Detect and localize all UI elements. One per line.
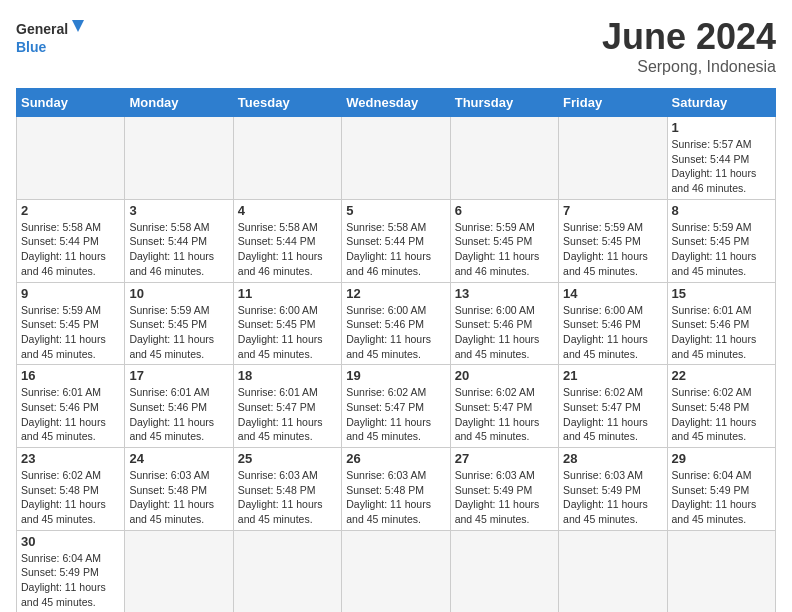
day-number: 9 [21, 286, 120, 301]
day-number: 25 [238, 451, 337, 466]
day-number: 18 [238, 368, 337, 383]
day-number: 27 [455, 451, 554, 466]
day-number: 12 [346, 286, 445, 301]
logo: General Blue [16, 16, 86, 61]
calendar-cell: 5Sunrise: 5:58 AM Sunset: 5:44 PM Daylig… [342, 199, 450, 282]
month-title: June 2024 [602, 16, 776, 58]
calendar-cell: 23Sunrise: 6:02 AM Sunset: 5:48 PM Dayli… [17, 448, 125, 531]
calendar-cell: 12Sunrise: 6:00 AM Sunset: 5:46 PM Dayli… [342, 282, 450, 365]
calendar-cell: 8Sunrise: 5:59 AM Sunset: 5:45 PM Daylig… [667, 199, 775, 282]
calendar-cell [559, 530, 667, 612]
calendar-cell [342, 530, 450, 612]
day-number: 24 [129, 451, 228, 466]
calendar-cell: 25Sunrise: 6:03 AM Sunset: 5:48 PM Dayli… [233, 448, 341, 531]
day-info: Sunrise: 5:58 AM Sunset: 5:44 PM Dayligh… [129, 220, 228, 279]
day-info: Sunrise: 5:59 AM Sunset: 5:45 PM Dayligh… [563, 220, 662, 279]
calendar-cell: 1Sunrise: 5:57 AM Sunset: 5:44 PM Daylig… [667, 117, 775, 200]
logo-svg: General Blue [16, 16, 86, 61]
day-number: 14 [563, 286, 662, 301]
col-header-friday: Friday [559, 89, 667, 117]
calendar-cell [342, 117, 450, 200]
calendar-cell: 14Sunrise: 6:00 AM Sunset: 5:46 PM Dayli… [559, 282, 667, 365]
calendar-cell: 29Sunrise: 6:04 AM Sunset: 5:49 PM Dayli… [667, 448, 775, 531]
calendar-week-6: 30Sunrise: 6:04 AM Sunset: 5:49 PM Dayli… [17, 530, 776, 612]
calendar-cell [450, 530, 558, 612]
day-info: Sunrise: 5:58 AM Sunset: 5:44 PM Dayligh… [238, 220, 337, 279]
day-info: Sunrise: 6:02 AM Sunset: 5:48 PM Dayligh… [672, 385, 771, 444]
day-number: 7 [563, 203, 662, 218]
day-info: Sunrise: 6:02 AM Sunset: 5:47 PM Dayligh… [455, 385, 554, 444]
calendar-table: SundayMondayTuesdayWednesdayThursdayFrid… [16, 88, 776, 612]
day-info: Sunrise: 6:03 AM Sunset: 5:49 PM Dayligh… [455, 468, 554, 527]
calendar-cell [125, 530, 233, 612]
calendar-cell: 24Sunrise: 6:03 AM Sunset: 5:48 PM Dayli… [125, 448, 233, 531]
day-number: 19 [346, 368, 445, 383]
day-info: Sunrise: 6:02 AM Sunset: 5:47 PM Dayligh… [563, 385, 662, 444]
day-number: 20 [455, 368, 554, 383]
col-header-tuesday: Tuesday [233, 89, 341, 117]
calendar-cell: 26Sunrise: 6:03 AM Sunset: 5:48 PM Dayli… [342, 448, 450, 531]
day-info: Sunrise: 6:01 AM Sunset: 5:46 PM Dayligh… [129, 385, 228, 444]
col-header-monday: Monday [125, 89, 233, 117]
day-number: 21 [563, 368, 662, 383]
day-info: Sunrise: 6:00 AM Sunset: 5:46 PM Dayligh… [455, 303, 554, 362]
day-info: Sunrise: 5:59 AM Sunset: 5:45 PM Dayligh… [21, 303, 120, 362]
day-info: Sunrise: 6:03 AM Sunset: 5:48 PM Dayligh… [238, 468, 337, 527]
calendar-cell: 20Sunrise: 6:02 AM Sunset: 5:47 PM Dayli… [450, 365, 558, 448]
day-number: 26 [346, 451, 445, 466]
day-info: Sunrise: 6:03 AM Sunset: 5:49 PM Dayligh… [563, 468, 662, 527]
calendar-cell: 30Sunrise: 6:04 AM Sunset: 5:49 PM Dayli… [17, 530, 125, 612]
day-number: 2 [21, 203, 120, 218]
col-header-saturday: Saturday [667, 89, 775, 117]
calendar-cell [125, 117, 233, 200]
svg-text:Blue: Blue [16, 39, 47, 55]
col-header-sunday: Sunday [17, 89, 125, 117]
day-info: Sunrise: 5:57 AM Sunset: 5:44 PM Dayligh… [672, 137, 771, 196]
day-info: Sunrise: 6:01 AM Sunset: 5:46 PM Dayligh… [672, 303, 771, 362]
calendar-cell: 16Sunrise: 6:01 AM Sunset: 5:46 PM Dayli… [17, 365, 125, 448]
day-info: Sunrise: 5:59 AM Sunset: 5:45 PM Dayligh… [455, 220, 554, 279]
day-info: Sunrise: 5:58 AM Sunset: 5:44 PM Dayligh… [346, 220, 445, 279]
day-number: 8 [672, 203, 771, 218]
calendar-cell [17, 117, 125, 200]
day-info: Sunrise: 6:04 AM Sunset: 5:49 PM Dayligh… [21, 551, 120, 610]
day-number: 17 [129, 368, 228, 383]
day-info: Sunrise: 6:03 AM Sunset: 5:48 PM Dayligh… [129, 468, 228, 527]
calendar-cell: 2Sunrise: 5:58 AM Sunset: 5:44 PM Daylig… [17, 199, 125, 282]
day-number: 11 [238, 286, 337, 301]
day-info: Sunrise: 5:58 AM Sunset: 5:44 PM Dayligh… [21, 220, 120, 279]
svg-text:General: General [16, 21, 68, 37]
calendar-cell [559, 117, 667, 200]
col-header-wednesday: Wednesday [342, 89, 450, 117]
svg-marker-2 [72, 20, 84, 32]
day-info: Sunrise: 6:01 AM Sunset: 5:46 PM Dayligh… [21, 385, 120, 444]
location-subtitle: Serpong, Indonesia [602, 58, 776, 76]
calendar-cell: 3Sunrise: 5:58 AM Sunset: 5:44 PM Daylig… [125, 199, 233, 282]
day-info: Sunrise: 6:00 AM Sunset: 5:45 PM Dayligh… [238, 303, 337, 362]
day-number: 4 [238, 203, 337, 218]
header: General Blue June 2024 Serpong, Indonesi… [16, 16, 776, 76]
calendar-cell: 9Sunrise: 5:59 AM Sunset: 5:45 PM Daylig… [17, 282, 125, 365]
day-info: Sunrise: 6:03 AM Sunset: 5:48 PM Dayligh… [346, 468, 445, 527]
calendar-cell: 18Sunrise: 6:01 AM Sunset: 5:47 PM Dayli… [233, 365, 341, 448]
calendar-cell: 27Sunrise: 6:03 AM Sunset: 5:49 PM Dayli… [450, 448, 558, 531]
day-number: 3 [129, 203, 228, 218]
calendar-cell: 10Sunrise: 5:59 AM Sunset: 5:45 PM Dayli… [125, 282, 233, 365]
calendar-header-row: SundayMondayTuesdayWednesdayThursdayFrid… [17, 89, 776, 117]
day-number: 10 [129, 286, 228, 301]
calendar-cell [233, 530, 341, 612]
calendar-cell: 22Sunrise: 6:02 AM Sunset: 5:48 PM Dayli… [667, 365, 775, 448]
calendar-week-2: 2Sunrise: 5:58 AM Sunset: 5:44 PM Daylig… [17, 199, 776, 282]
day-number: 5 [346, 203, 445, 218]
day-info: Sunrise: 6:00 AM Sunset: 5:46 PM Dayligh… [346, 303, 445, 362]
day-number: 28 [563, 451, 662, 466]
calendar-cell: 15Sunrise: 6:01 AM Sunset: 5:46 PM Dayli… [667, 282, 775, 365]
day-number: 30 [21, 534, 120, 549]
day-info: Sunrise: 6:00 AM Sunset: 5:46 PM Dayligh… [563, 303, 662, 362]
title-area: June 2024 Serpong, Indonesia [602, 16, 776, 76]
calendar-cell: 4Sunrise: 5:58 AM Sunset: 5:44 PM Daylig… [233, 199, 341, 282]
calendar-cell: 28Sunrise: 6:03 AM Sunset: 5:49 PM Dayli… [559, 448, 667, 531]
calendar-cell [667, 530, 775, 612]
col-header-thursday: Thursday [450, 89, 558, 117]
calendar-cell: 11Sunrise: 6:00 AM Sunset: 5:45 PM Dayli… [233, 282, 341, 365]
